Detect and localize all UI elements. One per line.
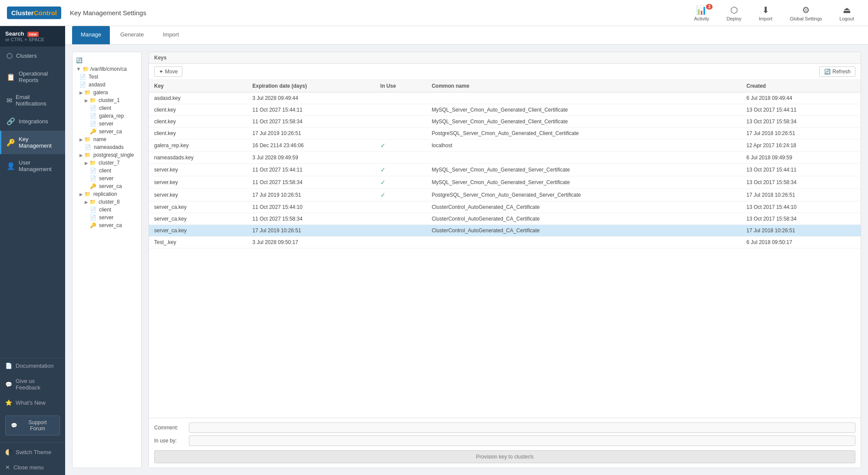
table-row[interactable]: client.key 11 Oct 2027 15:44:11 MySQL_Se… — [149, 104, 861, 116]
documentation-icon: 📄 — [5, 363, 12, 369]
tree-item-label: replication — [93, 191, 117, 197]
folder-icon: 📁 — [89, 199, 96, 205]
cell-common-name: ClusterControl_AutoGenerated_CA_Certific… — [426, 213, 741, 225]
global-settings-label: Global Settings — [790, 16, 822, 21]
cell-expiration: 16 Dec 2114 23:46:06 — [247, 139, 375, 152]
sidebar-integrations-label: Integrations — [19, 118, 48, 125]
check-icon: ✓ — [380, 142, 386, 149]
tree-item-client2[interactable]: 📄client — [73, 167, 141, 175]
cell-in-use — [375, 152, 426, 164]
global-settings-button[interactable]: ⚙ Global Settings — [783, 3, 829, 23]
tree-item-server[interactable]: 📄server — [73, 120, 141, 128]
cell-created: 12 Apr 2017 16:24:18 — [741, 139, 861, 152]
sidebar-item-integrations[interactable]: 🔗 Integrations — [0, 112, 65, 131]
close-menu-button[interactable]: ✕ Close menu — [0, 460, 65, 475]
tree-refresh-button[interactable]: 🔄 — [73, 56, 141, 65]
tree-item-galera_rep[interactable]: 📄galera_rep — [73, 112, 141, 120]
sidebar-item-documentation[interactable]: 📄 Documentation — [0, 358, 65, 373]
tree-root[interactable]: ▼ 📁 /var/lib/cmon/ca — [73, 65, 141, 73]
import-button[interactable]: ⬇ Import — [752, 3, 779, 23]
search-button[interactable]: Search new or CTRL + SPACE — [0, 26, 65, 46]
tree-item-server2[interactable]: 📄server — [73, 175, 141, 182]
support-forum-button[interactable]: 💬 Support Forum — [5, 416, 60, 435]
cell-expiration: 3 Jul 2028 09:49:44 — [247, 92, 375, 104]
tree-item-server_ca[interactable]: 🔑server_ca — [73, 128, 141, 135]
tab-import[interactable]: Import — [154, 26, 188, 44]
cell-in-use — [375, 104, 426, 116]
tree-item-galera[interactable]: ▶📁galera — [73, 89, 141, 96]
tree-item-postgresql_single[interactable]: ▶📁postgresql_single — [73, 151, 141, 159]
table-row[interactable]: server.key 11 Oct 2027 15:44:11 ✓ MySQL_… — [149, 164, 861, 176]
tab-generate[interactable]: Generate — [112, 26, 152, 44]
sidebar-item-key-management[interactable]: 🔑 Key Management — [0, 131, 65, 154]
tree-item-cluster_1[interactable]: ▶📁cluster_1 — [73, 96, 141, 104]
support-forum-label: Support Forum — [21, 419, 54, 432]
cell-common-name: PostgreSQL_Server_Cmon_Auto_Generated_Se… — [426, 189, 741, 201]
sidebar-item-whats-new[interactable]: ⭐ What's New — [0, 395, 65, 410]
cell-created: 13 Oct 2017 15:58:34 — [741, 176, 861, 189]
table-row[interactable]: nameasdads.key 3 Jul 2028 09:49:59 6 Jul… — [149, 152, 861, 164]
sidebar-divider — [0, 442, 65, 443]
tree-item-server_ca3[interactable]: 🔑server_ca — [73, 221, 141, 229]
provision-button[interactable]: Provision key to cluster/s — [154, 450, 855, 463]
tree-item-asdasd[interactable]: 📄asdasd — [73, 81, 141, 89]
table-row[interactable]: galera_rep.key 16 Dec 2114 23:46:06 ✓ lo… — [149, 139, 861, 152]
check-icon: ✓ — [380, 179, 386, 186]
check-icon: ✓ — [380, 191, 386, 198]
sidebar-item-feedback[interactable]: 💬 Give us Feedback — [0, 373, 65, 395]
table-row[interactable]: server.key 17 Jul 2019 10:26:51 ✓ Postgr… — [149, 189, 861, 201]
sidebar-item-clusters[interactable]: ⬡ Clusters — [0, 46, 65, 65]
tree-item-client3[interactable]: 📄client — [73, 206, 141, 214]
import-label: Import — [759, 16, 772, 21]
sidebar-item-operational-reports[interactable]: 📋 Operational Reports — [0, 65, 65, 89]
tree-item-server_ca2[interactable]: 🔑server_ca — [73, 182, 141, 190]
table-row[interactable]: asdasd.key 3 Jul 2028 09:49:44 6 Jul 201… — [149, 92, 861, 104]
table-row[interactable]: server_ca.key 17 Jul 2019 10:26:51 Clust… — [149, 225, 861, 237]
table-row[interactable]: client.key 11 Oct 2027 15:58:34 MySQL_Se… — [149, 116, 861, 128]
cell-in-use: ✓ — [375, 139, 426, 152]
cell-key: server.key — [149, 176, 247, 189]
sidebar-item-email-notifications[interactable]: ✉ Email Notifications — [0, 89, 65, 112]
table-row[interactable]: server_ca.key 11 Oct 2027 15:58:34 Clust… — [149, 213, 861, 225]
file-icon: 📄 — [90, 113, 96, 119]
cell-expiration: 17 Jul 2019 10:26:51 — [247, 225, 375, 237]
tree-items: 📄Test📄asdasd▶📁galera▶📁cluster_1📄client📄g… — [73, 73, 141, 229]
comment-input[interactable] — [189, 422, 855, 433]
cell-common-name: MySQL_Server_Cmon_Auto_Generated_Server_… — [426, 164, 741, 176]
cell-created: 6 Jul 2018 09:50:17 — [741, 237, 861, 248]
logout-button[interactable]: ⏏ Logout — [832, 3, 861, 23]
activity-button[interactable]: 3 📊 Activity — [687, 3, 716, 23]
page-title: Key Management Settings — [70, 9, 687, 16]
sidebar-item-user-management[interactable]: 👤 User Management — [0, 154, 65, 178]
tree-item-cluster_8[interactable]: ▶📁cluster_8 — [73, 198, 141, 206]
topbar-actions: 3 📊 Activity ⬡ Deploy ⬇ Import ⚙ Global … — [687, 3, 861, 23]
cell-in-use — [375, 92, 426, 104]
tree-item-test[interactable]: 📄Test — [73, 73, 141, 81]
deploy-button[interactable]: ⬡ Deploy — [719, 3, 748, 23]
refresh-button[interactable]: 🔄 Refresh — [819, 66, 855, 77]
tree-item-replication[interactable]: ▶📁replication — [73, 190, 141, 198]
tabs-bar: Manage Generate Import — [65, 26, 868, 45]
move-button[interactable]: ✦ Move — [154, 66, 182, 77]
keys-header: Keys — [149, 52, 861, 64]
cell-created: 13 Oct 2017 15:44:11 — [741, 164, 861, 176]
folder-icon: 📁 — [84, 136, 91, 142]
refresh-icon2: 🔄 — [824, 69, 831, 75]
refresh-icon: 🔄 — [76, 57, 83, 63]
tree-item-name[interactable]: ▶📁name — [73, 135, 141, 143]
email-notifications-icon: ✉ — [7, 96, 12, 105]
table-row[interactable]: client.key 17 Jul 2019 10:26:51 PostgreS… — [149, 128, 861, 139]
keys-table: Key Expiration date (days) In Use Common… — [149, 80, 861, 418]
switch-theme-button[interactable]: 🌗 Switch Theme — [0, 445, 65, 460]
in-use-by-input[interactable] — [189, 435, 855, 446]
tree-item-client[interactable]: 📄client — [73, 104, 141, 112]
table-row[interactable]: Test_.key 3 Jul 2028 09:50:17 6 Jul 2018… — [149, 237, 861, 248]
tree-item-server3[interactable]: 📄server — [73, 214, 141, 221]
support-forum-icon: 💬 — [11, 422, 17, 429]
table-row[interactable]: server_ca.key 11 Oct 2027 15:44:10 Clust… — [149, 201, 861, 213]
tree-item-nameasdads[interactable]: 📄nameasdads — [73, 143, 141, 151]
tree-item-cluster_7[interactable]: ▶📁cluster_7 — [73, 159, 141, 167]
table-row[interactable]: server.key 11 Oct 2027 15:58:34 ✓ MySQL_… — [149, 176, 861, 189]
tab-manage[interactable]: Manage — [72, 26, 110, 44]
refresh-label: Refresh — [832, 69, 851, 75]
